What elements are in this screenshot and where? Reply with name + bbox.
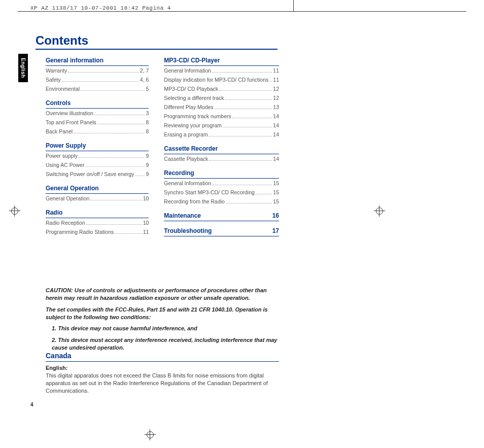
toc-page: 14 xyxy=(273,113,279,119)
toc-label: Display indication for MP3-CD/ CD functi… xyxy=(164,77,268,83)
toc-label: Radio Reception xyxy=(46,220,85,226)
toc-section-head: General Operation xyxy=(46,182,149,194)
toc-page: 10 xyxy=(143,195,149,201)
toc-label: Erasing a program xyxy=(164,131,208,137)
toc-label: Top and Front Panels xyxy=(46,119,96,125)
toc-dots xyxy=(94,115,145,115)
toc-section-head: Recording xyxy=(164,166,279,179)
toc-dots xyxy=(86,224,142,225)
toc-row: Different Play Modes13 xyxy=(164,102,279,112)
toc-page: 14 xyxy=(273,131,279,137)
caution-p1: CAUTION: Use of controls or adjustments … xyxy=(46,287,279,302)
toc-row: Cassette Playback14 xyxy=(164,154,279,163)
toc-page: 2, 7 xyxy=(140,67,149,74)
toc-page: 5 xyxy=(146,86,149,92)
toc-row: Programming track numbers14 xyxy=(164,112,279,121)
toc-section-head: Controls xyxy=(46,96,149,109)
toc-label: Back Panel xyxy=(46,128,73,134)
toc-column-right: MP3-CD/ CD-PlayerGeneral Information11Di… xyxy=(164,51,279,236)
toc-row: Radio Reception10 xyxy=(46,218,149,227)
toc-row: Top and Front Panels8 xyxy=(46,118,149,127)
language-tab: English xyxy=(18,54,28,82)
toc-page: 9 xyxy=(146,171,149,177)
toc-dots xyxy=(79,157,145,158)
toc-page: 15 xyxy=(273,198,279,204)
toc-label: Power supply xyxy=(46,153,78,159)
toc-page: 11 xyxy=(273,67,279,74)
toc-page: 15 xyxy=(273,180,279,186)
registration-mark-bottom xyxy=(145,429,156,440)
crop-line-top xyxy=(18,11,466,12)
toc-section-head: Radio xyxy=(46,206,149,218)
toc-columns: General informationWarranty2, 7Safety4, … xyxy=(46,51,279,236)
toc-row: Display indication for MP3-CD/ CD functi… xyxy=(164,75,279,84)
toc-label: Environmental xyxy=(46,86,80,92)
toc-section-head: Troubleshooting17 xyxy=(164,224,279,236)
toc-dots xyxy=(62,81,139,82)
toc-column-left: General informationWarranty2, 7Safety4, … xyxy=(46,51,149,236)
caution-l1: 1. This device may not cause harmful int… xyxy=(52,325,279,332)
page-number: 4 xyxy=(30,402,33,407)
toc-label: Different Play Modes xyxy=(164,104,213,110)
toc-dots xyxy=(223,127,272,127)
toc-label: Safety xyxy=(46,77,61,83)
toc-row: Environmental5 xyxy=(46,84,149,93)
toc-dots xyxy=(225,99,272,100)
canada-body: English: This digital apparatus does not… xyxy=(46,364,279,394)
registration-mark-right xyxy=(374,205,385,217)
caution-block: CAUTION: Use of controls or adjustments … xyxy=(46,287,279,356)
toc-label: General Information xyxy=(164,180,211,186)
toc-row: General Information11 xyxy=(164,66,279,75)
toc-row: Selecting a different track12 xyxy=(164,93,279,102)
toc-row: Reviewing your program14 xyxy=(164,121,279,130)
toc-row: Back Panel8 xyxy=(46,127,149,136)
toc-label: Warranty xyxy=(46,67,67,74)
toc-page: 4, 6 xyxy=(140,77,149,83)
print-header: XP AZ 1138/17 10-07-2001 18:42 Pagina 4 xyxy=(30,5,171,11)
toc-label: Recording from the Radio xyxy=(164,198,225,204)
toc-section-head: MP3-CD/ CD-Player xyxy=(164,54,279,66)
canada-heading: Canada xyxy=(46,352,279,362)
toc-dots xyxy=(209,136,272,136)
toc-label: Selecting a different track xyxy=(164,95,224,101)
toc-label: Reviewing your program xyxy=(164,122,222,128)
toc-section-head: Cassette Recorder xyxy=(164,142,279,154)
toc-page: 15 xyxy=(273,189,279,195)
toc-dots xyxy=(68,72,139,73)
caution-p2: The set complies with the FCC-Rules, Par… xyxy=(46,306,279,321)
toc-row: Overview illustration3 xyxy=(46,109,149,118)
toc-row: MP3-CD/ CD Playback12 xyxy=(164,84,279,93)
toc-dots xyxy=(74,133,145,133)
toc-page: 11 xyxy=(143,229,149,235)
toc-section-head: Power Supply xyxy=(46,139,149,151)
toc-page: 8 xyxy=(146,119,149,125)
toc-row: Power supply9 xyxy=(46,151,149,160)
toc-label: Synchro Start MP3-CD/ CD Recording xyxy=(164,189,255,195)
crop-mark-top xyxy=(293,0,294,11)
toc-dots xyxy=(115,233,142,234)
page-title: Contents xyxy=(36,33,88,48)
toc-dots xyxy=(256,194,272,194)
toc-section-head: General information xyxy=(46,54,149,66)
toc-page: 10 xyxy=(143,220,149,226)
toc-label: Using AC Power xyxy=(46,162,84,168)
toc-row: Recording from the Radio15 xyxy=(164,197,279,206)
caution-l2: 2. This device must accept any interfere… xyxy=(52,336,279,352)
toc-page: 9 xyxy=(146,162,149,168)
toc-dots xyxy=(81,90,145,91)
toc-dots xyxy=(212,72,272,73)
title-rule xyxy=(36,49,278,50)
toc-dots xyxy=(269,81,272,82)
toc-label: Cassette Playback xyxy=(164,156,208,162)
toc-dots xyxy=(219,90,272,91)
toc-page: 9 xyxy=(146,153,149,159)
toc-dots xyxy=(212,185,272,185)
toc-row: Using AC Power9 xyxy=(46,160,149,169)
canada-english-label: English: xyxy=(46,365,67,371)
toc-dots xyxy=(90,200,142,200)
toc-label: MP3-CD/ CD Playback xyxy=(164,86,218,92)
toc-dots xyxy=(135,176,145,176)
toc-page: 8 xyxy=(146,128,149,134)
toc-page: 12 xyxy=(273,95,279,101)
toc-row: Synchro Start MP3-CD/ CD Recording15 xyxy=(164,188,279,197)
